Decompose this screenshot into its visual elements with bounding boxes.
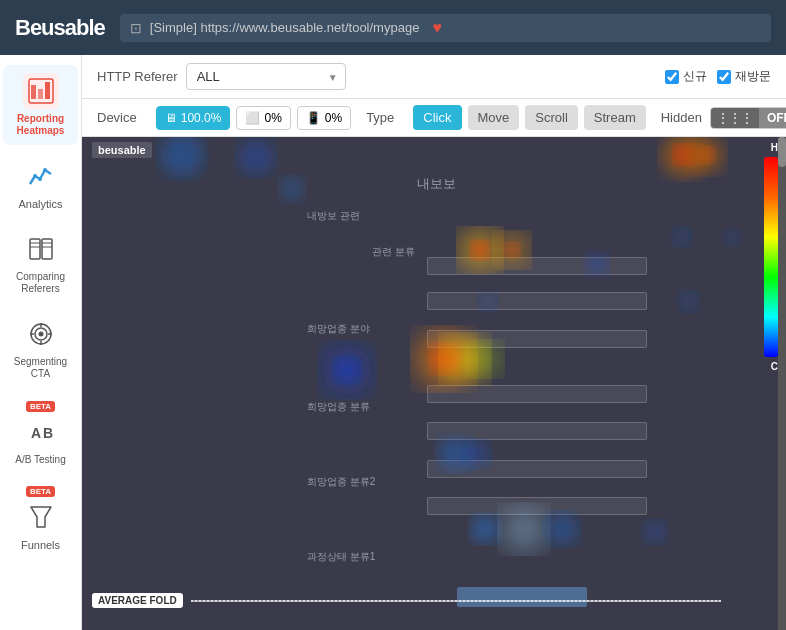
type-scroll-btn[interactable]: Scroll [525,105,578,130]
sidebar-item-ab-testing[interactable]: BETA A B A/B Testing [3,393,78,473]
sidebar-item-analytics-label: Analytics [18,198,62,210]
svg-rect-1 [31,85,36,99]
heatmap-svg [82,137,786,630]
device-group: 🖥 100.0% ⬜ 0% 📱 0% [156,106,351,130]
svg-point-27 [688,137,724,173]
scroll-track[interactable] [778,137,786,630]
referer-select-wrapper: ALL Direct Google [186,63,346,90]
header: Beusable ⊡ [Simple] https://www.beusable… [0,0,786,55]
sidebar-item-comparing-label: Comparing Referers [16,271,65,295]
svg-point-24 [238,139,274,175]
sidebar: Reporting Heatmaps Analytics [0,55,82,630]
svg-point-47 [471,515,499,543]
sidebar-item-reporting-heatmaps[interactable]: Reporting Heatmaps [3,65,78,145]
checkbox-new-input[interactable] [665,70,679,84]
hidden-label: Hidden [661,110,702,125]
device-label: Device [97,110,137,125]
svg-rect-3 [45,82,50,99]
svg-rect-7 [30,239,40,259]
ab-testing-beta-badge: BETA [26,401,55,412]
url-icon: ⊡ [130,20,142,36]
sidebar-item-ab-testing-label: A/B Testing [15,454,65,465]
svg-point-49 [546,513,578,545]
svg-point-33 [505,243,519,257]
color-scale: H C [764,157,778,357]
page-text-4: 희망업종 분야 [307,322,370,336]
sidebar-item-segmenting-label: Segmenting CTA [14,356,67,380]
svg-text:B: B [43,425,53,441]
svg-point-26 [674,145,694,165]
device-desktop-btn[interactable]: 🖥 100.0% [156,106,231,130]
avg-fold: AVERAGE FOLD [92,593,721,608]
svg-point-28 [698,147,714,163]
sidebar-item-funnels-label: Funnels [21,539,60,551]
heatmap-nav: beusable [92,142,152,158]
input-sim-7 [427,497,647,515]
type-move-btn[interactable]: Move [468,105,520,130]
ab-testing-icon: A B [23,414,59,450]
type-click-btn[interactable]: Click [413,105,461,130]
page-text-1: 내보보 [417,175,456,193]
svg-point-36 [724,229,740,245]
heatmap-page-logo: beusable [92,142,152,158]
sidebar-item-comparing-referers[interactable]: Comparing Referers [3,223,78,303]
funnels-beta-badge: BETA [26,486,55,497]
referer-select[interactable]: ALL Direct Google [186,63,346,90]
app-logo: Beusable [15,15,105,41]
segmenting-cta-icon [23,316,59,352]
desktop-icon: 🖥 [165,111,177,125]
scale-c-label: C [771,361,778,372]
svg-rect-2 [38,89,43,99]
svg-point-15 [38,332,43,337]
svg-point-38 [679,292,699,312]
referer-label: HTTP Referer [97,69,178,84]
reporting-heatmaps-icon [23,73,59,109]
sidebar-item-analytics[interactable]: Analytics [3,150,78,218]
scroll-thumb[interactable] [778,137,786,167]
tablet-value: 0% [264,111,281,125]
url-bar[interactable]: ⊡ [Simple] https://www.beusable.net/tool… [120,14,771,42]
svg-point-6 [43,168,47,172]
input-sim-3 [427,330,647,348]
checkbox-new[interactable]: 신규 [665,68,707,85]
input-sim-1 [427,257,647,275]
svg-point-29 [280,177,304,201]
device-mobile-btn[interactable]: 📱 0% [297,106,351,130]
checkbox-return-label: 재방문 [735,68,771,85]
page-text-2: 내방보 관련 [307,209,360,223]
url-text: [Simple] https://www.beusable.net/tool/m… [150,20,420,35]
sidebar-item-funnels[interactable]: BETA Funnels [3,478,78,559]
checkbox-return[interactable]: 재방문 [717,68,771,85]
page-text-6: 희망업종 분류2 [307,475,375,489]
analytics-icon [23,158,59,194]
checkbox-return-input[interactable] [717,70,731,84]
svg-point-35 [673,228,691,246]
input-sim-2 [427,292,647,310]
type-stream-btn[interactable]: Stream [584,105,646,130]
mobile-icon: 📱 [306,111,321,125]
referer-group: HTTP Referer ALL Direct Google [97,63,346,90]
heatmap-container: beusable 내보보 내방보 관련 관련 분류 희망업종 분야 희망업종 분… [82,137,786,630]
device-type-bar: Device 🖥 100.0% ⬜ 0% 📱 0% Type Click Mov [82,99,786,137]
sidebar-item-segmenting-cta[interactable]: Segmenting CTA [3,308,78,388]
avg-fold-line [191,600,721,602]
heart-icon: ♥ [432,19,442,37]
desktop-value: 100.0% [181,111,222,125]
device-tablet-btn[interactable]: ⬜ 0% [236,106,290,130]
svg-point-40 [335,358,359,382]
toggle-off-label: OFF [759,108,786,128]
page-text-3: 관련 분류 [372,245,415,259]
svg-point-23 [160,137,204,177]
svg-point-50 [644,521,666,543]
input-sim-5 [427,422,647,440]
svg-marker-22 [31,507,51,527]
svg-rect-10 [42,239,52,259]
svg-point-4 [33,174,37,178]
main-content: HTTP Referer ALL Direct Google 신규 재방문 [82,55,786,630]
scale-h-label: H [771,142,778,153]
comparing-referers-icon [23,231,59,267]
page-text-7: 과정상태 분류1 [307,550,375,564]
heatmap-page: beusable 내보보 내방보 관련 관련 분류 희망업종 분야 희망업종 분… [82,137,786,630]
svg-point-39 [322,345,372,395]
toggle-switch[interactable]: ⋮⋮⋮ OFF [710,107,786,129]
